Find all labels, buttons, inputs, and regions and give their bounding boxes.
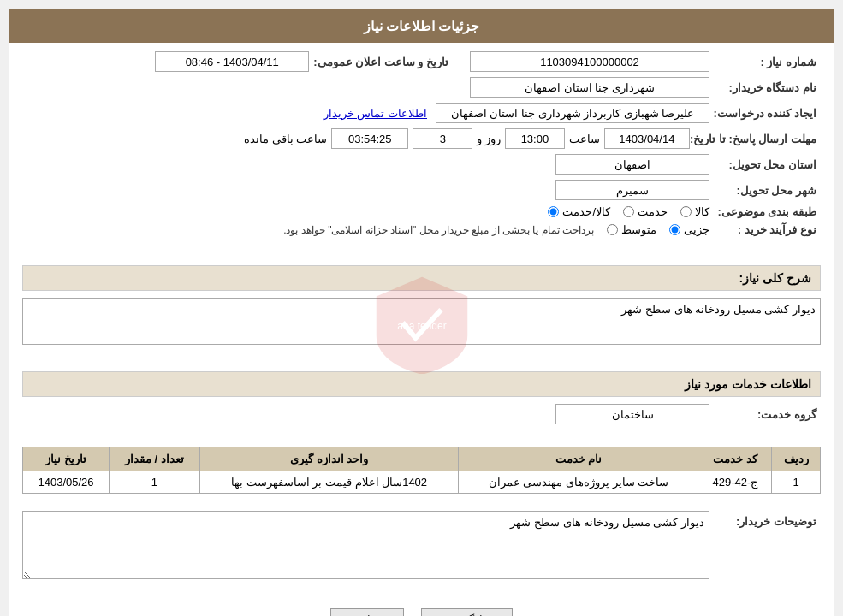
buyer-notes-field[interactable] xyxy=(22,511,709,579)
creator-label: ایجاد کننده درخواست: xyxy=(709,107,821,120)
watermark-logo: ana tender xyxy=(353,271,490,374)
category-kala-khadamat-option[interactable]: کالا/خدمت xyxy=(548,205,610,218)
purchase-jazii-radio[interactable] xyxy=(669,224,680,235)
table-row: 1 ج-42-429 ساخت سایر پروژه‌های مهندسی عم… xyxy=(23,471,821,494)
purchase-note: پرداخت تمام یا بخشی از مبلغ خریدار محل "… xyxy=(283,224,594,236)
buyer-org-label: نام دستگاه خریدار: xyxy=(709,81,821,94)
need-number-label: شماره نیاز : xyxy=(709,56,821,68)
province-label: استان محل تحویل: xyxy=(709,158,821,171)
purchase-motavaset-option[interactable]: متوسط xyxy=(607,223,656,236)
buyer-notes-label: توضیحات خریدار: xyxy=(709,511,821,528)
category-kala-option[interactable]: کالا xyxy=(680,205,709,218)
need-number-field: 1103094100000002 xyxy=(470,51,709,72)
category-khadamat-option[interactable]: خدمت xyxy=(623,205,668,218)
deadline-remaining-field: 03:54:25 xyxy=(331,128,408,149)
deadline-label: مهلت ارسال پاسخ: تا تاریخ: xyxy=(690,133,821,145)
purchase-motavaset-label: متوسط xyxy=(621,223,656,236)
purchase-motavaset-radio[interactable] xyxy=(607,224,618,235)
province-field: اصفهان xyxy=(555,154,709,175)
col-service-name: نام خدمت xyxy=(459,447,698,471)
creator-field: علیرضا شهبازی کاربرداز شهرداری جنا استان… xyxy=(436,103,709,123)
cell-row: 1 xyxy=(772,471,821,494)
category-label: طبقه بندی موضوعی: xyxy=(709,205,821,218)
announce-date-field: 1403/04/11 - 08:46 xyxy=(155,51,309,72)
cell-service-name: ساخت سایر پروژه‌های مهندسی عمران xyxy=(459,471,698,494)
city-field: سمیرم xyxy=(555,180,709,200)
page-header: جزئیات اطلاعات نیاز xyxy=(9,9,834,43)
purchase-radio-group: متوسط جزیی xyxy=(607,223,709,236)
contact-link[interactable]: اطلاعات تماس خریدار xyxy=(324,107,427,120)
purchase-jazii-label: جزیی xyxy=(684,223,709,236)
deadline-time-label: ساعت xyxy=(569,133,600,145)
print-button[interactable]: چاپ xyxy=(330,608,404,616)
svg-text:ana tender: ana tender xyxy=(397,320,446,332)
announce-date-label: تاریخ و ساعت اعلان عمومی: xyxy=(313,56,453,68)
category-kala-label: کالا xyxy=(695,205,709,218)
category-kala-radio[interactable] xyxy=(680,206,692,217)
category-radio-group: کالا/خدمت خدمت کالا xyxy=(548,205,709,218)
deadline-date-field: 1403/04/14 xyxy=(604,128,690,149)
cell-service-code: ج-42-429 xyxy=(698,471,772,494)
services-table: ردیف کد خدمت نام خدمت واحد اندازه گیری ت… xyxy=(22,447,821,494)
deadline-time-field: 13:00 xyxy=(505,128,565,149)
page-title: جزئیات اطلاعات نیاز xyxy=(364,19,480,33)
col-date: تاریخ نیاز xyxy=(23,447,110,471)
category-khadamat-radio[interactable] xyxy=(623,206,634,217)
deadline-days-label: روز و xyxy=(477,133,501,145)
button-row: بازگشت چاپ xyxy=(9,595,834,616)
col-unit: واحد اندازه گیری xyxy=(199,447,459,471)
service-section-title: اطلاعات خدمات مورد نیاز xyxy=(22,371,821,397)
purchase-label: نوع فرآیند خرید : xyxy=(709,223,821,236)
city-label: شهر محل تحویل: xyxy=(709,184,821,197)
deadline-days-field: 3 xyxy=(413,128,472,149)
service-group-label: گروه خدمت: xyxy=(709,408,821,421)
buyer-org-field: شهرداری جنا استان اصفهان xyxy=(470,77,709,98)
purchase-jazii-option[interactable]: جزیی xyxy=(669,223,709,236)
category-kala-khadamat-label: کالا/خدمت xyxy=(562,205,610,218)
category-khadamat-label: خدمت xyxy=(638,205,668,218)
col-row: ردیف xyxy=(772,447,821,471)
cell-quantity: 1 xyxy=(110,471,200,494)
col-quantity: تعداد / مقدار xyxy=(110,447,200,471)
cell-unit: 1402سال اعلام قیمت بر اساسفهرست بها xyxy=(199,471,459,494)
back-button[interactable]: بازگشت xyxy=(421,608,513,616)
deadline-remaining-label: ساعت باقی مانده xyxy=(244,133,327,145)
service-group-field: ساختمان xyxy=(555,404,709,424)
col-service-code: کد خدمت xyxy=(698,447,772,471)
cell-date: 1403/05/26 xyxy=(23,471,110,494)
category-kala-khadamat-radio[interactable] xyxy=(548,206,559,217)
